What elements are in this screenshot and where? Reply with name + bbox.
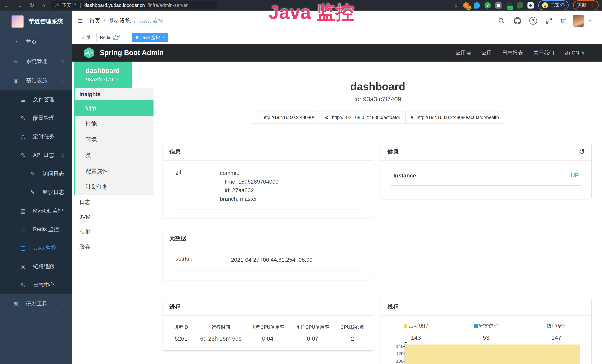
timer-icon: ◷ <box>19 134 27 140</box>
infrastructure-submenu: ☁ 文件管理 ✎ 配置管理 ◷ 定时任务 ✎ API 日志 ∧ ✎ 访问日志 ✎ <box>0 90 72 294</box>
sidebar-item-java-monitor[interactable]: ▢ Java 监控 <box>0 239 72 257</box>
app-logo-row: 芋道管理系统 <box>0 11 72 32</box>
heartbeat-icon: ♥ <box>411 115 414 120</box>
legend-live-threads: 活动线程 143 <box>381 323 451 341</box>
close-icon[interactable]: × <box>124 35 126 40</box>
sba-body: dashboard 93a3fc7f7409 Insights 细节 性能 环境… <box>72 62 602 364</box>
extension-icon-leaf[interactable] <box>517 2 523 9</box>
sba-menu-environment[interactable]: 环境 <box>75 132 153 147</box>
browser-menu-icon[interactable]: ⋮ <box>590 2 595 8</box>
extensions-puzzle-icon[interactable]: ✚ <box>527 2 534 9</box>
font-size-icon[interactable]: tT <box>561 18 565 24</box>
sidebar-item-mysql-monitor[interactable]: ▤ MySQL 监控 <box>0 202 72 220</box>
sba-language-select[interactable]: zh-CN ∨ <box>565 50 585 56</box>
extension-icon-y[interactable]: y <box>484 2 491 9</box>
search-icon[interactable] <box>497 17 505 25</box>
update-browser-button[interactable]: 更新 ⋮ <box>573 0 599 10</box>
tag-home[interactable]: 首页 <box>78 33 94 42</box>
sba-menu-metrics[interactable]: 性能 <box>75 116 153 132</box>
tag-redis-monitor[interactable]: Redis 监控 × <box>97 33 130 42</box>
sba-nav-wallboard[interactable]: 应用墙 <box>456 49 471 56</box>
address-bar[interactable]: ⚠ 不安全 dashboard.yudao.iocoder.cn/infra/a… <box>50 1 217 10</box>
instance-links: ⌂ http://192.168.0.2:48080/ ⚙ http://192… <box>153 111 602 124</box>
service-url-button[interactable]: ⌂ http://192.168.0.2:48080/ <box>251 111 320 124</box>
extension-icon-grid[interactable]: ▦ <box>495 2 502 9</box>
threads-card-body: 活动线程 143 守护进程 53 线程峰值 147 <box>381 316 591 341</box>
avatar-caret-icon[interactable] <box>588 20 592 22</box>
hamburger-icon[interactable]: ≡ <box>78 16 83 26</box>
user-avatar[interactable] <box>573 15 584 27</box>
github-icon[interactable] <box>513 17 522 25</box>
sba-menu-caches[interactable]: 缓存 <box>74 239 153 254</box>
sba-menu-jvm[interactable]: JVM <box>74 210 153 224</box>
sba-sidebar: dashboard 93a3fc7f7409 Insights 细节 性能 环境… <box>74 62 153 364</box>
bookmark-star-icon[interactable]: ☆ <box>453 2 459 9</box>
sba-menu-scheduled[interactable]: 计划任务 <box>75 179 153 195</box>
sidebar-item-config-manage[interactable]: ✎ 配置管理 <box>0 109 72 127</box>
cloud-icon: ☁ <box>19 96 27 103</box>
extension-badge: 1 <box>467 6 471 10</box>
sba-nav-applications[interactable]: 应用 <box>482 49 492 56</box>
security-label[interactable]: 不安全 <box>62 2 76 9</box>
forward-icon[interactable]: → <box>17 2 22 9</box>
sba-app-name: dashboard <box>74 67 132 75</box>
home-icon[interactable]: ⌂ <box>42 2 45 9</box>
sba-insights-header: Insights <box>75 88 153 100</box>
home-icon: ⌂ <box>257 115 259 120</box>
sba-menu-config-props[interactable]: 配置属性 <box>75 163 153 179</box>
active-dot-icon <box>136 36 138 39</box>
back-icon[interactable]: ← <box>4 2 9 9</box>
info-card: 信息 git commit: time: 1596289704000 id: 2… <box>163 143 373 218</box>
sidebar-item-access-log[interactable]: ✎ 访问日志 <box>0 164 72 183</box>
chevron-down-icon: ∨ <box>581 50 585 56</box>
sidebar-item-file-manage[interactable]: ☁ 文件管理 <box>0 90 72 109</box>
divider <box>173 210 362 210</box>
sidebar-item-trace[interactable]: ◉ 链路追踪 <box>0 257 72 276</box>
profile-paused-chip[interactable]: 已暂停 <box>538 0 569 10</box>
sidebar-item-log-center[interactable]: ✎ 日志中心 <box>0 276 72 294</box>
sba-nav-about[interactable]: 关于我们 <box>533 49 554 56</box>
sba-menu-details[interactable]: 细节 <box>75 100 153 116</box>
sidebar-item-api-log[interactable]: ✎ API 日志 ∧ <box>0 146 72 164</box>
help-icon[interactable]: ? <box>529 17 537 25</box>
sidebar-item-scheduled-tasks[interactable]: ◷ 定时任务 <box>0 127 72 146</box>
health-url-button[interactable]: ♥ http://192.168.0.2:48080/actuator/heal… <box>406 111 504 124</box>
status-badge: UP <box>571 172 579 179</box>
url-path[interactable]: /infra/admin-server <box>147 2 188 8</box>
sidebar-item-infrastructure[interactable]: ▣ 基础设施 ∧ <box>0 71 72 90</box>
sidebar-item-redis-monitor[interactable]: ≣ Redis 监控 <box>0 220 72 239</box>
breadcrumb: 首页 / 基础设施 / Java 监控 <box>89 17 163 25</box>
breadcrumb-home[interactable]: 首页 <box>89 17 100 25</box>
startup-row: startup 2021-04-27T00:44:31.254+08:00 <box>173 256 362 264</box>
sba-main: dashboard Id: 93a3fc7f7409 ⌂ http://192.… <box>153 62 602 364</box>
instance-health-row[interactable]: Instance UP <box>391 161 581 179</box>
reload-icon[interactable]: ↻ <box>30 2 34 9</box>
sba-menu-classes[interactable]: 类 <box>75 147 153 163</box>
close-icon[interactable]: × <box>162 35 165 40</box>
fullscreen-icon[interactable] <box>545 17 553 25</box>
url-host[interactable]: dashboard.yudao.iocoder.cn <box>84 2 145 8</box>
sba-menu-mappings[interactable]: 映射 <box>74 224 153 239</box>
actuator-url-button[interactable]: ⚙ http://192.168.0.2:48080/actuator <box>319 111 406 124</box>
sidebar-item-system[interactable]: ⚙ 系统管理 ∨ <box>0 52 72 71</box>
extension-icon-pin[interactable] <box>474 2 480 9</box>
sba-nav-journal[interactable]: 日志报表 <box>502 49 523 56</box>
sidebar-item-dev-tools[interactable]: ⚒ 研发工具 ∨ <box>0 294 72 314</box>
extension-icon-orange[interactable]: C1 <box>463 2 469 9</box>
chevron-down-icon: ∨ <box>61 59 64 64</box>
breadcrumb-infra[interactable]: 基础设施 <box>108 17 131 25</box>
sidebar-item-home[interactable]: ◔ 首页 <box>0 32 72 52</box>
sba-menu-logs[interactable]: 日志 <box>74 195 153 210</box>
history-icon[interactable]: ↺ <box>579 148 585 156</box>
y-tick-120: 120 <box>394 351 403 356</box>
access-log-icon: ✎ <box>29 171 36 177</box>
metadata-card: 元数据 startup 2021-04-27T00:44:31.254+08:0… <box>163 230 373 280</box>
extension-icon-on[interactable]: on <box>506 2 512 9</box>
sidebar-item-error-log[interactable]: ✎ 错误日志 <box>0 183 72 202</box>
divider <box>173 270 362 271</box>
tag-java-monitor[interactable]: Java 监控 × <box>132 33 168 42</box>
sba-brand[interactable]: Spring Boot Admin <box>83 47 164 59</box>
tools-icon: ⚒ <box>12 301 20 307</box>
sba-instance-box[interactable]: dashboard 93a3fc7f7409 <box>74 62 132 88</box>
chevron-up-icon: ∧ <box>61 153 64 158</box>
